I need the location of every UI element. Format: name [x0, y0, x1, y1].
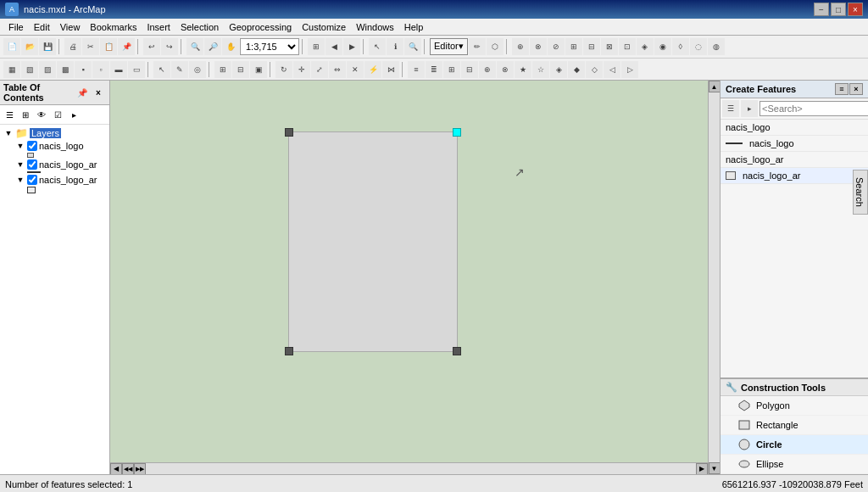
- search-tab-label[interactable]: Search: [853, 170, 868, 215]
- hscroll-right-button[interactable]: ▶: [696, 463, 708, 475]
- open-button[interactable]: 📂: [21, 38, 38, 55]
- toc-layers-group[interactable]: ▼ 📁 Layers: [2, 126, 108, 140]
- toc-item-nacis-logo[interactable]: ▼ nacis_logo: [14, 140, 108, 152]
- toc-pin-button[interactable]: 📌: [75, 85, 90, 100]
- vscroll-up-button[interactable]: ▲: [709, 81, 721, 92]
- layer-tool4[interactable]: ▩: [57, 61, 74, 78]
- zoom-in-button[interactable]: 🔍: [186, 38, 203, 55]
- feature-item-nacis-logo-ar[interactable]: nacis_logo_ar: [721, 152, 868, 168]
- maximize-button[interactable]: □: [831, 3, 846, 16]
- tool9[interactable]: ◉: [654, 38, 671, 55]
- menu-file[interactable]: File: [3, 20, 29, 34]
- menu-selection[interactable]: Selection: [175, 20, 224, 34]
- map-canvas[interactable]: ▲ ▼ ◀ ◀◀ ▶▶ ▶ ↗: [110, 81, 720, 474]
- rotate-tool[interactable]: ↻: [275, 61, 292, 78]
- prev-extent-button[interactable]: ◀: [326, 38, 342, 55]
- panel-tool1[interactable]: ☰: [722, 100, 739, 117]
- scale-tool[interactable]: ⤢: [311, 61, 328, 78]
- zoom-out-button[interactable]: 🔎: [204, 38, 221, 55]
- tool2[interactable]: ⊗: [530, 38, 547, 55]
- tool6[interactable]: ⊠: [601, 38, 618, 55]
- move-tool[interactable]: ✛: [293, 61, 310, 78]
- tool5[interactable]: ⊟: [583, 38, 600, 55]
- menu-bookmarks[interactable]: Bookmarks: [85, 20, 142, 34]
- tool-rectangle[interactable]: Rectangle: [721, 416, 868, 435]
- layer-tool2[interactable]: ▧: [21, 61, 38, 78]
- menu-view[interactable]: View: [55, 20, 86, 34]
- close-button[interactable]: ×: [848, 3, 863, 16]
- tool3[interactable]: ⊘: [548, 38, 565, 55]
- layer-tool6[interactable]: ▫: [92, 61, 109, 78]
- tool8[interactable]: ◈: [637, 38, 654, 55]
- handle-topleft[interactable]: [285, 128, 293, 137]
- map-hscroll[interactable]: ◀ ◀◀ ▶▶ ▶: [110, 462, 708, 474]
- toc-close-button[interactable]: ×: [91, 85, 106, 100]
- tool10[interactable]: ◊: [672, 38, 689, 55]
- snap-tool3[interactable]: ▣: [250, 61, 267, 78]
- panel-tool2[interactable]: ▸: [741, 100, 758, 117]
- attrib-tool3[interactable]: ⊞: [443, 61, 460, 78]
- layer-tool3[interactable]: ▨: [39, 61, 56, 78]
- panel-close-button[interactable]: ×: [849, 83, 863, 95]
- cut-button[interactable]: ✂: [82, 38, 99, 55]
- edit-tool[interactable]: ✎: [171, 61, 188, 78]
- search-input[interactable]: [760, 101, 868, 116]
- nacis-logo-ar2-checkbox[interactable]: [27, 175, 37, 185]
- toc-options[interactable]: ▸: [66, 107, 81, 122]
- tool11[interactable]: ◌: [690, 38, 707, 55]
- tool4[interactable]: ⊞: [565, 38, 582, 55]
- attrib-tool7[interactable]: ★: [515, 61, 531, 78]
- merge-tool[interactable]: ⋈: [382, 61, 399, 78]
- toc-item-nacis-logo-ar[interactable]: ▼ nacis_logo_ar: [14, 159, 108, 171]
- paste-button[interactable]: 📌: [118, 38, 135, 55]
- tool12[interactable]: ◍: [708, 38, 725, 55]
- tool-circle[interactable]: Circle: [721, 435, 868, 455]
- print-button[interactable]: 🖨: [64, 38, 81, 55]
- hscroll-left-button[interactable]: ◀: [110, 463, 122, 475]
- handle-bottomright[interactable]: [453, 347, 461, 355]
- snap-tool2[interactable]: ⊟: [232, 61, 249, 78]
- vscroll-down-button[interactable]: ▼: [709, 462, 721, 474]
- attrib-tool12[interactable]: ◁: [604, 61, 620, 78]
- menu-edit[interactable]: Edit: [29, 20, 55, 34]
- snap-tool1[interactable]: ⊞: [214, 61, 231, 78]
- layer-tool8[interactable]: ▭: [128, 61, 145, 78]
- menu-insert[interactable]: Insert: [142, 20, 175, 34]
- sketch-tool[interactable]: ✏: [469, 38, 486, 55]
- pan-button[interactable]: ✋: [222, 38, 239, 55]
- layer-tool5[interactable]: ▪: [75, 61, 92, 78]
- menu-windows[interactable]: Windows: [351, 20, 399, 34]
- attrib-tool2[interactable]: ≣: [426, 61, 442, 78]
- toc-selection-view[interactable]: ☑: [50, 107, 65, 122]
- attrib-tool8[interactable]: ☆: [532, 61, 549, 78]
- attrib-tool11[interactable]: ◇: [586, 61, 603, 78]
- hscroll-pg-right[interactable]: ▶▶: [134, 463, 146, 475]
- tool-ellipse[interactable]: Ellipse: [721, 455, 868, 474]
- tool1[interactable]: ⊕: [512, 38, 529, 55]
- save-button[interactable]: 💾: [39, 38, 56, 55]
- scale-dropdown[interactable]: 1:3,715: [240, 38, 299, 55]
- map-vscroll[interactable]: ▲ ▼: [708, 81, 720, 474]
- attrib-tool5[interactable]: ⊕: [479, 61, 496, 78]
- handle-bottomleft[interactable]: [285, 347, 293, 355]
- tool-polygon[interactable]: Polygon: [721, 396, 868, 416]
- new-button[interactable]: 📄: [3, 38, 20, 55]
- minimize-button[interactable]: −: [814, 3, 829, 16]
- mirror-tool[interactable]: ⇔: [329, 61, 346, 78]
- feature-item-nacis-logo-ar2[interactable]: nacis_logo_ar: [721, 168, 868, 184]
- menu-help[interactable]: Help: [399, 20, 429, 34]
- search-tab[interactable]: Search: [853, 170, 868, 215]
- delete-tool[interactable]: ✕: [347, 61, 364, 78]
- split-tool[interactable]: ⚡: [364, 61, 381, 78]
- handle-topright[interactable]: [453, 128, 461, 137]
- menu-customize[interactable]: Customize: [297, 20, 351, 34]
- redo-button[interactable]: ↪: [161, 38, 178, 55]
- attrib-tool10[interactable]: ◆: [568, 61, 585, 78]
- tool7[interactable]: ⊡: [619, 38, 636, 55]
- panel-menu-button[interactable]: ≡: [835, 83, 849, 95]
- nacis-logo-checkbox[interactable]: [27, 141, 37, 151]
- toc-source-view[interactable]: ⊞: [18, 107, 33, 122]
- hscroll-pg-left[interactable]: ◀◀: [122, 463, 134, 475]
- next-extent-button[interactable]: ▶: [343, 38, 360, 55]
- toc-visibility-view[interactable]: 👁: [34, 107, 49, 122]
